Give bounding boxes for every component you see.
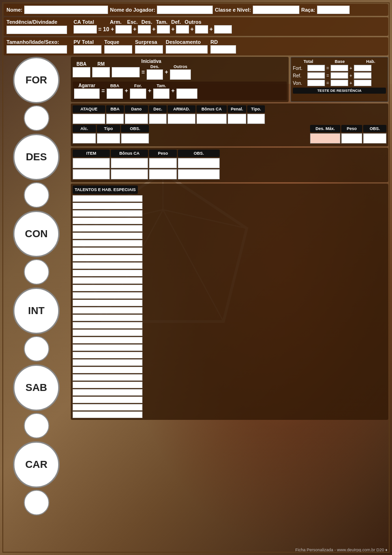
car-modifier-circle[interactable]: [24, 490, 49, 515]
talento-line-13[interactable]: [73, 285, 142, 291]
car-score-circle[interactable]: CAR: [13, 441, 60, 488]
talento-line-10[interactable]: [73, 262, 142, 269]
item-input-2[interactable]: [73, 169, 110, 179]
bonus-ca-armor-2[interactable]: [111, 169, 148, 179]
von-base-input[interactable]: [331, 80, 348, 86]
ref-base-input[interactable]: [331, 72, 348, 79]
item-input-1[interactable]: [73, 158, 110, 168]
talento-line-9[interactable]: [73, 255, 142, 261]
obs3-input-1[interactable]: [363, 133, 386, 144]
talento-line-1[interactable]: [73, 195, 142, 202]
rd-input[interactable]: [210, 45, 236, 54]
penal-input-1[interactable]: [228, 114, 246, 124]
bba-agarrar-input[interactable]: [107, 89, 123, 99]
con-modifier-circle[interactable]: [24, 259, 49, 285]
for-modifier-circle[interactable]: [24, 105, 49, 131]
talento-line-6[interactable]: [73, 233, 142, 239]
tam-agarrar-input[interactable]: [153, 89, 169, 99]
ref-total-input[interactable]: [307, 72, 325, 79]
talento-line-29[interactable]: [73, 404, 142, 411]
talento-line-15[interactable]: [73, 300, 142, 306]
talento-line-12[interactable]: [73, 277, 142, 284]
deslocamento-input[interactable]: [166, 45, 208, 54]
ataque-input-1[interactable]: [73, 114, 105, 124]
rm-input[interactable]: [92, 67, 110, 77]
talento-line-8[interactable]: [73, 247, 142, 254]
talento-line-16[interactable]: [73, 307, 142, 314]
sab-score-circle[interactable]: SAB: [13, 364, 60, 411]
sab-modifier-circle[interactable]: [24, 413, 49, 439]
ca-esc-input[interactable]: [138, 25, 151, 34]
nome-input[interactable]: [24, 6, 108, 14]
fort-hab-input[interactable]: [354, 65, 372, 71]
talento-line-22[interactable]: [73, 352, 142, 358]
dano-input-1[interactable]: [125, 114, 148, 124]
con-score-circle[interactable]: CON: [13, 211, 60, 257]
outros-agarrar-input[interactable]: [176, 89, 197, 99]
des-init-input[interactable]: [147, 69, 163, 80]
talento-line-27[interactable]: [73, 389, 142, 396]
ca-des-input[interactable]: [157, 25, 170, 34]
tendencia-input[interactable]: [7, 26, 67, 34]
classe-nivel-input[interactable]: [253, 6, 299, 14]
for-agarrar-input[interactable]: [130, 89, 146, 99]
dec-input-1[interactable]: [149, 114, 167, 124]
ca-total-input[interactable]: [74, 25, 97, 34]
raca-input[interactable]: [317, 6, 350, 14]
obs-armor-1[interactable]: [178, 158, 220, 168]
for-score-circle[interactable]: FOR: [13, 57, 60, 103]
obs-input-1[interactable]: [121, 133, 149, 144]
fort-total-input[interactable]: [307, 65, 325, 71]
agarrar-input[interactable]: [74, 89, 100, 99]
iniciativa-input[interactable]: [112, 67, 140, 77]
toque-input[interactable]: [104, 45, 132, 54]
talento-line-4[interactable]: [73, 218, 142, 224]
outros-init-input[interactable]: [170, 69, 191, 80]
ca-tam-input[interactable]: [176, 25, 189, 34]
fort-base-input[interactable]: [331, 65, 348, 71]
ca-arm-input[interactable]: [115, 25, 132, 34]
bonus-ca-input-1[interactable]: [196, 114, 227, 124]
talento-line-24[interactable]: [73, 367, 142, 373]
talento-line-2[interactable]: [73, 203, 142, 209]
obs-armor-2[interactable]: [178, 169, 220, 179]
talento-line-18[interactable]: [73, 322, 142, 329]
talento-line-5[interactable]: [73, 225, 142, 232]
talento-line-20[interactable]: [73, 337, 142, 343]
alc-input-1[interactable]: [73, 133, 96, 144]
ca-def-input[interactable]: [195, 25, 208, 34]
talento-line-14[interactable]: [73, 292, 142, 299]
talento-line-11[interactable]: [73, 270, 142, 276]
ref-hab-input[interactable]: [354, 72, 372, 79]
peso-weapon-input-1[interactable]: [341, 133, 362, 144]
surpresa-input[interactable]: [135, 45, 163, 54]
armad-input-1[interactable]: [168, 114, 196, 124]
ca-outros-input[interactable]: [214, 25, 232, 34]
bba-input-1[interactable]: [106, 114, 124, 124]
tamanho-input[interactable]: [7, 45, 67, 54]
talento-line-21[interactable]: [73, 344, 142, 351]
des-max-input-1[interactable]: [310, 133, 340, 144]
talento-line-30[interactable]: [73, 411, 142, 418]
int-score-circle[interactable]: INT: [13, 288, 60, 334]
von-hab-input[interactable]: [354, 80, 372, 86]
von-total-input[interactable]: [307, 80, 325, 86]
bonus-ca-armor-1[interactable]: [111, 158, 148, 168]
talento-line-25[interactable]: [73, 374, 142, 381]
bba-input[interactable]: [73, 67, 90, 77]
tipo-input-1[interactable]: [247, 114, 265, 124]
talento-line-7[interactable]: [73, 240, 142, 247]
talento-line-19[interactable]: [73, 329, 142, 336]
talento-line-23[interactable]: [73, 359, 142, 366]
talento-line-3[interactable]: [73, 210, 142, 217]
des-modifier-circle[interactable]: [24, 182, 49, 208]
peso-armor-2[interactable]: [149, 169, 177, 179]
int-modifier-circle[interactable]: [24, 336, 49, 362]
pv-total-input[interactable]: [74, 45, 101, 54]
talento-line-17[interactable]: [73, 315, 142, 321]
nome-jogador-input[interactable]: [157, 6, 213, 14]
peso-armor-1[interactable]: [149, 158, 177, 168]
talento-line-26[interactable]: [73, 382, 142, 388]
des-score-circle[interactable]: DES: [13, 134, 60, 180]
talento-line-28[interactable]: [73, 397, 142, 403]
